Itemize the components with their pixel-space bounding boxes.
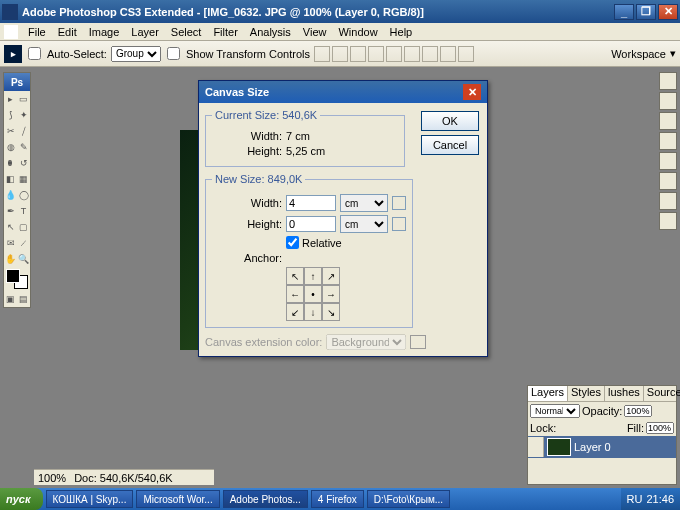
menu-layer[interactable]: Layer — [125, 26, 165, 38]
tab-styles[interactable]: Styles — [568, 386, 605, 401]
width-unit-select[interactable]: cm — [340, 194, 388, 212]
ok-button[interactable]: OK — [421, 111, 479, 131]
layer-row[interactable]: Layer 0 — [528, 436, 676, 458]
auto-select-dropdown[interactable]: Group — [111, 46, 161, 62]
align-icon[interactable] — [332, 46, 348, 62]
dodge-tool[interactable]: ◯ — [17, 187, 30, 203]
anchor-cell[interactable]: • — [304, 285, 322, 303]
layer-thumbnail[interactable] — [547, 438, 571, 456]
height-unit-select[interactable]: cm — [340, 215, 388, 233]
anchor-cell[interactable]: ↑ — [304, 267, 322, 285]
align-icon[interactable] — [440, 46, 456, 62]
heal-tool[interactable]: ◍ — [4, 139, 17, 155]
anchor-cell[interactable]: ↓ — [304, 303, 322, 321]
align-icon[interactable] — [350, 46, 366, 62]
workspace-dropdown-icon[interactable]: ▾ — [670, 47, 676, 60]
taskbar-item[interactable]: Adobe Photos... — [223, 490, 308, 508]
slice-tool[interactable]: ⧸ — [17, 123, 30, 139]
visibility-icon[interactable] — [528, 437, 544, 457]
relative-checkbox[interactable] — [286, 236, 299, 249]
zoom-level[interactable]: 100% — [38, 472, 66, 484]
align-icon[interactable] — [404, 46, 420, 62]
align-icon[interactable] — [422, 46, 438, 62]
anchor-cell[interactable]: ← — [286, 285, 304, 303]
dock-icon[interactable] — [659, 112, 677, 130]
shape-tool[interactable]: ▢ — [17, 219, 30, 235]
tab-brushes[interactable]: lushes — [605, 386, 644, 401]
lasso-tool[interactable]: ⟆ — [4, 107, 17, 123]
minimize-button[interactable]: _ — [614, 4, 634, 20]
wand-tool[interactable]: ✦ — [17, 107, 30, 123]
color-swatch[interactable] — [4, 267, 30, 291]
dock-icon[interactable] — [659, 72, 677, 90]
anchor-cell[interactable]: → — [322, 285, 340, 303]
dialog-titlebar[interactable]: Canvas Size ✕ — [199, 81, 487, 103]
blend-mode-select[interactable]: Normal — [530, 404, 580, 418]
maximize-button[interactable]: ❐ — [636, 4, 656, 20]
new-width-input[interactable] — [286, 195, 336, 211]
move-tool[interactable]: ▸ — [4, 91, 17, 107]
link-icon[interactable] — [392, 217, 406, 231]
menu-edit[interactable]: Edit — [52, 26, 83, 38]
start-button[interactable]: пуск — [0, 488, 43, 510]
link-icon[interactable] — [392, 196, 406, 210]
anchor-cell[interactable]: ↙ — [286, 303, 304, 321]
menu-window[interactable]: Window — [332, 26, 383, 38]
anchor-cell[interactable]: ↗ — [322, 267, 340, 285]
dialog-close-button[interactable]: ✕ — [463, 84, 481, 100]
dock-icon[interactable] — [659, 172, 677, 190]
auto-select-checkbox[interactable] — [28, 47, 41, 60]
quickmask-tool[interactable]: ▣ — [4, 291, 17, 307]
notes-tool[interactable]: ✉ — [4, 235, 17, 251]
fill-input[interactable] — [646, 422, 674, 434]
brush-tool[interactable]: ✎ — [17, 139, 30, 155]
menu-analysis[interactable]: Analysis — [244, 26, 297, 38]
zoom-tool[interactable]: 🔍 — [17, 251, 30, 267]
align-icon[interactable] — [314, 46, 330, 62]
screenmode-tool[interactable]: ▤ — [17, 291, 30, 307]
align-icon[interactable] — [386, 46, 402, 62]
dock-icon[interactable] — [659, 92, 677, 110]
opacity-input[interactable] — [624, 405, 652, 417]
crop-tool[interactable]: ✂ — [4, 123, 17, 139]
dock-icon[interactable] — [659, 132, 677, 150]
dock-icon[interactable] — [659, 152, 677, 170]
language-indicator[interactable]: RU — [627, 493, 643, 505]
menu-view[interactable]: View — [297, 26, 333, 38]
layer-name[interactable]: Layer 0 — [574, 441, 611, 453]
align-icon[interactable] — [368, 46, 384, 62]
taskbar-item[interactable]: 4 Firefox — [311, 490, 364, 508]
history-tool[interactable]: ↺ — [17, 155, 30, 171]
eraser-tool[interactable]: ◧ — [4, 171, 17, 187]
workspace-label[interactable]: Workspace — [611, 48, 666, 60]
align-icon[interactable] — [458, 46, 474, 62]
taskbar-item[interactable]: D:\Foto\Крым... — [367, 490, 450, 508]
dock-icon[interactable] — [659, 212, 677, 230]
menu-select[interactable]: Select — [165, 26, 208, 38]
clock[interactable]: 21:46 — [646, 493, 674, 505]
pen-tool[interactable]: ✒ — [4, 203, 17, 219]
hand-tool[interactable]: ✋ — [4, 251, 17, 267]
stamp-tool[interactable]: ⧯ — [4, 155, 17, 171]
blur-tool[interactable]: 💧 — [4, 187, 17, 203]
eyedrop-tool[interactable]: ⟋ — [17, 235, 30, 251]
type-tool[interactable]: T — [17, 203, 30, 219]
tab-layers[interactable]: Layers — [528, 386, 568, 401]
taskbar-item[interactable]: Microsoft Wor... — [136, 490, 219, 508]
gradient-tool[interactable]: ▦ — [17, 171, 30, 187]
menu-image[interactable]: Image — [83, 26, 126, 38]
menu-help[interactable]: Help — [384, 26, 419, 38]
taskbar-item[interactable]: КОШКА | Skyp... — [46, 490, 134, 508]
menu-file[interactable]: File — [22, 26, 52, 38]
marquee-tool[interactable]: ▭ — [17, 91, 30, 107]
tab-source[interactable]: Source — [644, 386, 680, 401]
fg-color[interactable] — [6, 269, 20, 283]
new-height-input[interactable] — [286, 216, 336, 232]
cancel-button[interactable]: Cancel — [421, 135, 479, 155]
path-tool[interactable]: ↖ — [4, 219, 17, 235]
show-transform-checkbox[interactable] — [167, 47, 180, 60]
anchor-cell[interactable]: ↘ — [322, 303, 340, 321]
dock-icon[interactable] — [659, 192, 677, 210]
close-button[interactable]: ✕ — [658, 4, 678, 20]
menu-filter[interactable]: Filter — [207, 26, 243, 38]
